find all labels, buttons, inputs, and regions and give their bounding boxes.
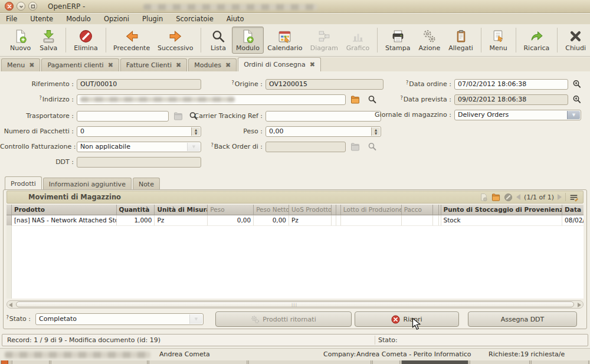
column-data[interactable]: Data <box>562 205 584 215</box>
giornale-magazzino-combo[interactable]: Delivery Orders ▼ <box>454 110 581 120</box>
spin-buttons[interactable]: ▲▼ <box>371 127 380 136</box>
trasportatore-field[interactable] <box>77 111 169 122</box>
gears-icon <box>422 29 437 44</box>
cell-unita-di-misura: Pz <box>155 215 208 226</box>
menu-document-icon <box>491 29 506 44</box>
toolbar-separator <box>377 28 378 53</box>
column-prodotto[interactable]: Prodotto <box>12 205 117 215</box>
list-view-button[interactable]: Lista <box>205 27 232 54</box>
calendar-view-button[interactable]: Calendario <box>264 27 306 54</box>
data-prevista-label: ?Data prevista : <box>363 94 451 105</box>
tab-close-icon[interactable]: ✖ <box>29 61 34 69</box>
menu-scorciatoie[interactable]: Scorciatoie <box>176 15 214 23</box>
scrollbar-thumb[interactable]: ||| <box>16 301 574 307</box>
tab-fatture-clienti[interactable]: Fatture Clienti ✖ <box>120 58 187 71</box>
toolbar-separator <box>201 28 201 53</box>
column-unita-di-misura[interactable]: Unità di Misura <box>155 205 208 215</box>
delete-button[interactable]: Elimina <box>70 27 101 54</box>
taskbar-segment[interactable] <box>1 360 8 364</box>
previous-button[interactable]: Precedente <box>110 27 154 54</box>
taskbar-segment[interactable] <box>470 360 530 364</box>
taskbar-segment[interactable] <box>531 360 589 364</box>
prodotti-ritornati-button[interactable]: Prodotti ritornati <box>215 311 352 327</box>
requests-value: 19 richiesta/e <box>520 350 565 358</box>
menu-plugin[interactable]: Plugin <box>142 15 163 23</box>
reload-arrow-icon <box>529 29 544 44</box>
action-button[interactable]: Azione <box>414 27 444 54</box>
arrow-left-icon <box>124 29 139 44</box>
notebook-tab-informazioni-aggiuntive[interactable]: Informazioni aggiuntive <box>43 178 132 190</box>
tab-close-icon[interactable]: ✖ <box>310 61 315 68</box>
column-quantita[interactable]: Quantità <box>117 205 155 215</box>
dropdown-arrow-icon[interactable]: ▼ <box>567 111 580 119</box>
arrow-right-icon <box>168 29 183 44</box>
cell-lotto <box>341 215 402 226</box>
cancel-circle-icon <box>391 315 400 324</box>
menu-utente[interactable]: Utente <box>30 15 53 23</box>
column-punto-di-stoccaggio[interactable]: Punto di Stoccaggio di Provenienza <box>441 205 563 215</box>
pager-next-icon[interactable] <box>558 194 562 200</box>
taskbar-segment[interactable] <box>51 360 148 364</box>
diagram-view-button: Diagram <box>306 27 342 54</box>
tab-modules[interactable]: Modules ✖ <box>188 58 237 71</box>
riferimento-label: Riferimento : <box>0 79 74 90</box>
column-peso-netto[interactable]: Peso Netto <box>254 205 289 215</box>
open-folder-icon[interactable] <box>350 95 360 104</box>
status-divider <box>375 336 375 345</box>
pager-previous-icon[interactable] <box>516 194 520 200</box>
column-lotto-di-produzione[interactable]: Lotto di Produzione <box>341 205 402 215</box>
taskbar-segment-active[interactable] <box>401 360 468 364</box>
peso-spinner[interactable]: 0,00 ▲▼ <box>266 126 381 137</box>
menu-opzioni[interactable]: Opzioni <box>104 15 129 23</box>
date-zoom-icon[interactable] <box>572 95 582 104</box>
menu-file[interactable]: File <box>6 15 17 23</box>
titlebar: OpenERP - <box>0 0 590 13</box>
window-maximize-button[interactable] <box>28 2 37 11</box>
menu-aiuto[interactable]: Aiuto <box>227 15 244 23</box>
tab-pagamenti-clienti[interactable]: Pagamenti clienti ✖ <box>41 58 119 71</box>
switch-view-icon[interactable] <box>569 193 578 202</box>
table-row[interactable]: [nas] NAS - Network Attached Storage 1,0… <box>6 215 584 226</box>
window-close-button[interactable] <box>5 2 14 11</box>
next-button[interactable]: Successivo <box>154 27 197 54</box>
reload-button[interactable]: Ricarica <box>520 27 554 54</box>
cell-spacer <box>433 215 439 226</box>
close-tab-button[interactable]: Chiudi <box>561 27 590 54</box>
company-value: Andrea Cometa - Perito Informatico <box>356 350 471 358</box>
menu-button[interactable]: Menu <box>485 27 512 54</box>
open-record-icon[interactable] <box>491 193 500 202</box>
scroll-left-icon[interactable] <box>9 303 12 307</box>
column-uos-prodotto[interactable]: UoS Prodotto <box>289 205 332 215</box>
tab-ordini-di-consegna[interactable]: Ordini di Consegna ✖ <box>238 57 321 71</box>
tab-close-icon[interactable]: ✖ <box>225 61 231 69</box>
menu-modulo[interactable]: Modulo <box>66 15 91 23</box>
riapri-button[interactable]: Riapri <box>355 311 459 327</box>
attachments-button[interactable]: Allegati <box>444 27 477 54</box>
assegna-ddt-button[interactable]: Assegna DDT <box>468 311 577 327</box>
tab-close-icon[interactable]: ✖ <box>108 61 113 69</box>
taskbar-segment[interactable] <box>149 360 247 364</box>
new-button[interactable]: Nuovo <box>6 27 35 54</box>
redacted-window-title <box>143 4 317 10</box>
toolbar-separator <box>557 28 558 53</box>
window-minimize-button[interactable] <box>17 2 25 11</box>
tab-menu[interactable]: Menu ✖ <box>1 58 40 71</box>
new-document-icon <box>13 29 28 44</box>
tab-close-icon[interactable]: ✖ <box>176 61 181 69</box>
horizontal-scrollbar[interactable]: ||| <box>6 300 584 309</box>
notebook-tab-note[interactable]: Note <box>133 178 160 190</box>
scroll-right-icon[interactable] <box>578 303 581 307</box>
taskbar-segment[interactable] <box>248 360 371 364</box>
column-pacco[interactable]: Pacco <box>402 205 433 215</box>
graph-view-button: Grafico <box>342 27 373 54</box>
taskbar-segment[interactable] <box>372 360 400 364</box>
taskbar-segment[interactable] <box>12 360 50 364</box>
data-ordine-field[interactable]: 07/02/2012 18:06:38 <box>454 79 568 90</box>
column-peso[interactable]: Peso <box>208 205 254 215</box>
stato-combo[interactable]: Completato ▼ <box>35 313 204 325</box>
notebook-tab-prodotti[interactable]: Prodotti <box>5 176 42 190</box>
save-button[interactable]: Salva <box>35 27 62 54</box>
print-button[interactable]: Stampa <box>381 27 414 54</box>
date-zoom-icon[interactable] <box>572 80 582 89</box>
form-view-button[interactable]: Modulo <box>232 27 264 54</box>
